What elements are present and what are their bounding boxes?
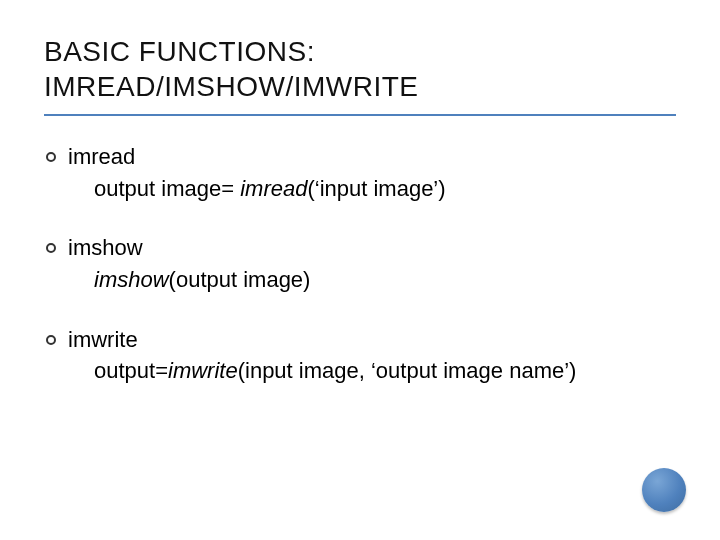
item-name: imwrite [68,325,138,355]
bullet-icon [46,243,56,253]
slide-title: BASIC FUNCTIONS: IMREAD/IMSHOW/IMWRITE [44,34,676,116]
slide-body: imread output image= imread(‘input image… [44,142,676,386]
accent-circle-icon [642,468,686,512]
item-description: output=imwrite(input image, ‘output imag… [46,356,676,386]
desc-pre: output image= [94,176,240,201]
bullet-row: imshow [46,233,676,263]
list-item: imwrite output=imwrite(input image, ‘out… [44,325,676,386]
list-item: imshow imshow(output image) [44,233,676,294]
item-name: imread [68,142,135,172]
desc-func: imread [240,176,307,201]
bullet-icon [46,152,56,162]
bullet-icon [46,335,56,345]
desc-post: (‘input image’) [307,176,445,201]
desc-func: imshow [94,267,169,292]
title-line-1: BASIC FUNCTIONS: [44,36,315,67]
bullet-row: imwrite [46,325,676,355]
desc-func: imwrite [168,358,238,383]
bullet-row: imread [46,142,676,172]
list-item: imread output image= imread(‘input image… [44,142,676,203]
desc-post: (input image, ‘output image name’) [238,358,577,383]
item-description: imshow(output image) [46,265,676,295]
item-name: imshow [68,233,143,263]
slide: BASIC FUNCTIONS: IMREAD/IMSHOW/IMWRITE i… [0,0,720,540]
title-line-2: IMREAD/IMSHOW/IMWRITE [44,71,418,102]
item-description: output image= imread(‘input image’) [46,174,676,204]
desc-post: (output image) [169,267,311,292]
desc-pre: output= [94,358,168,383]
